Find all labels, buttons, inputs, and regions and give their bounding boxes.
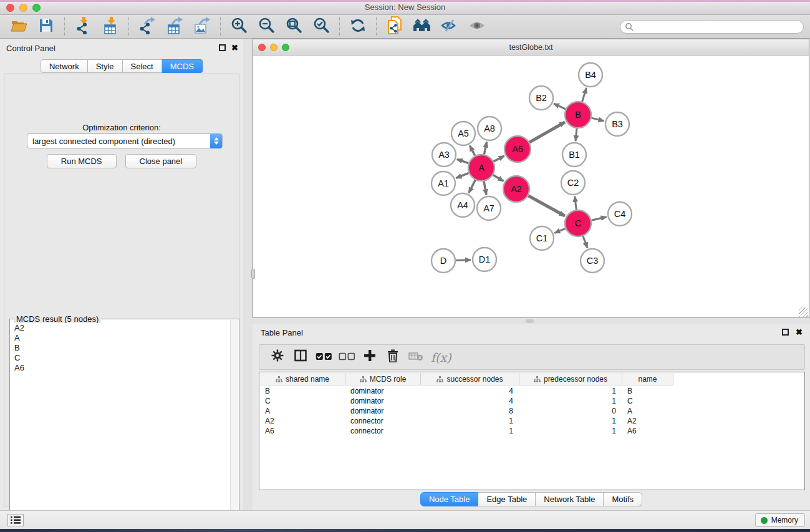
graph-node-C3[interactable]: C3	[581, 249, 604, 273]
tab-network[interactable]: Network	[41, 59, 88, 73]
graph-edge-C-C4[interactable]	[592, 217, 607, 220]
zoom-selected-button[interactable]	[307, 16, 335, 37]
graph-edge-C-C2[interactable]	[575, 196, 577, 210]
split-columns-button[interactable]	[289, 346, 312, 369]
tab-motifs[interactable]: Motifs	[604, 492, 642, 506]
graph-edge-A-A5[interactable]	[470, 146, 475, 156]
table-row[interactable]: A6connector11A6	[260, 426, 804, 436]
graph-edge-C-C3[interactable]	[583, 236, 587, 248]
zoom-fit-button[interactable]	[280, 16, 307, 37]
tab-select[interactable]: Select	[123, 59, 162, 73]
table-close-panel-icon[interactable]: ✖	[796, 327, 803, 337]
task-history-button[interactable]	[7, 514, 24, 526]
graph-node-C1[interactable]: C1	[530, 226, 554, 250]
graph-node-A8[interactable]: A8	[478, 117, 501, 140]
graph-edge-B-B1[interactable]	[576, 128, 577, 141]
graph-node-D[interactable]: D	[432, 249, 455, 273]
table-row[interactable]: A2connector11A2	[260, 416, 804, 426]
column-header-successor-nodes[interactable]: successor nodes	[421, 373, 519, 385]
column-header-predecessor-nodes[interactable]: predecessor nodes	[519, 373, 622, 385]
mcds-result-scrollbar[interactable]	[230, 320, 238, 532]
open-session-button[interactable]	[5, 16, 32, 37]
gear-button[interactable]	[266, 346, 289, 369]
network-graph-canvas[interactable]: A A1 A3 A4 A5 A7 A8 A6 A2 B B1 B2 B3 B4 …	[253, 56, 809, 317]
graph-edge-B-B3[interactable]	[591, 118, 604, 121]
run-mcds-button[interactable]: Run MCDS	[47, 154, 117, 168]
float-panel-icon[interactable]	[219, 44, 226, 51]
graph-node-B4[interactable]: B4	[579, 63, 602, 87]
resize-grip-icon[interactable]	[799, 307, 808, 317]
graph-edge-A-A4[interactable]	[469, 180, 475, 193]
table-row[interactable]: Bdominator41B	[260, 386, 804, 396]
column-header-shared-name[interactable]: shared name	[260, 373, 345, 385]
graph-node-A1[interactable]: A1	[432, 172, 455, 195]
close-panel-button[interactable]: Close panel	[125, 154, 197, 168]
save-session-button[interactable]	[32, 16, 60, 37]
delete-column-button[interactable]	[381, 346, 404, 369]
tab-edge-table[interactable]: Edge Table	[478, 492, 536, 506]
new-network-from-selection-button[interactable]	[381, 16, 408, 37]
close-panel-icon[interactable]: ✖	[231, 43, 238, 52]
first-neighbors-button[interactable]	[408, 16, 436, 37]
graph-node-A2[interactable]: A2	[503, 176, 529, 202]
table-row[interactable]: Adominator80A	[260, 406, 804, 416]
graph-node-B3[interactable]: B3	[605, 112, 629, 136]
optimization-criterion-select[interactable]: largest connected component (directed)	[27, 133, 223, 148]
column-header-MCDS-role[interactable]: MCDS role	[345, 373, 421, 385]
zoom-out-button[interactable]	[253, 16, 280, 37]
import-network-button[interactable]	[69, 16, 97, 37]
graph-edge-A-A6[interactable]	[494, 156, 504, 162]
tab-mcds[interactable]: MCDS	[162, 59, 203, 73]
mcds-result-item[interactable]: A	[11, 333, 229, 343]
graph-edge-A2-C[interactable]	[528, 196, 565, 216]
graph-node-C2[interactable]: C2	[561, 171, 585, 195]
graph-node-D1[interactable]: D1	[473, 248, 496, 271]
graph-node-A[interactable]: A	[468, 155, 494, 181]
show-graphics-details-button[interactable]	[463, 16, 491, 37]
graph-edge-A6-B[interactable]	[529, 122, 565, 142]
column-header-name[interactable]: name	[622, 373, 673, 385]
hide-selected-button[interactable]	[436, 16, 463, 37]
graph-node-B[interactable]: B	[565, 102, 591, 128]
graph-edge-C-C1[interactable]	[554, 228, 565, 233]
graph-edge-A-A2[interactable]	[493, 175, 504, 181]
graph-node-A5[interactable]: A5	[451, 122, 475, 145]
graph-edge-B-B4[interactable]	[582, 88, 587, 102]
graph-node-C[interactable]: C	[565, 210, 591, 236]
graph-node-A6[interactable]: A6	[504, 136, 531, 162]
tab-node-table[interactable]: Node Table	[420, 492, 479, 506]
mcds-result-item[interactable]: B	[11, 343, 229, 353]
graph-node-A3[interactable]: A3	[432, 143, 456, 167]
export-table-button[interactable]	[161, 16, 188, 37]
graph-node-A7[interactable]: A7	[477, 196, 501, 220]
graph-node-B1[interactable]: B1	[562, 143, 586, 167]
select-all-checkboxes-button[interactable]	[312, 346, 335, 369]
search-input[interactable]	[620, 20, 804, 34]
graph-node-C4[interactable]: C4	[608, 202, 632, 226]
export-image-button[interactable]	[188, 16, 216, 37]
mcds-result-item[interactable]: C	[11, 353, 229, 363]
network-window-titlebar[interactable]: testGlobe.txt	[253, 39, 809, 56]
table-row[interactable]: Cdominator41C	[260, 396, 804, 406]
graph-edge-A-A7[interactable]	[484, 181, 486, 195]
mcds-result-item[interactable]: A2	[11, 323, 229, 333]
graph-edge-A-A8[interactable]	[484, 142, 486, 155]
import-table-button[interactable]	[97, 16, 124, 37]
zoom-in-button[interactable]	[225, 16, 253, 37]
horizontal-splitter-handle[interactable]	[526, 319, 534, 323]
mcds-result-item[interactable]: A6	[11, 363, 229, 373]
graph-node-B2[interactable]: B2	[529, 86, 553, 110]
graph-edge-A-A1[interactable]	[456, 173, 468, 178]
mcds-result-list[interactable]: A2ABCA6	[11, 323, 229, 532]
memory-button[interactable]: Memory	[755, 513, 805, 527]
graph-edge-D-D1[interactable]	[456, 260, 471, 261]
tab-network-table[interactable]: Network Table	[536, 492, 604, 506]
export-network-button[interactable]	[133, 16, 161, 37]
refresh-network-button[interactable]	[344, 16, 372, 37]
panel-splitter-handle[interactable]	[251, 269, 255, 279]
table-float-panel-icon[interactable]	[782, 329, 789, 336]
graph-edge-A-A3[interactable]	[457, 159, 468, 163]
graph-node-A4[interactable]: A4	[451, 193, 475, 217]
tab-style[interactable]: Style	[88, 59, 123, 73]
unselect-all-checkboxes-button[interactable]	[335, 346, 358, 369]
